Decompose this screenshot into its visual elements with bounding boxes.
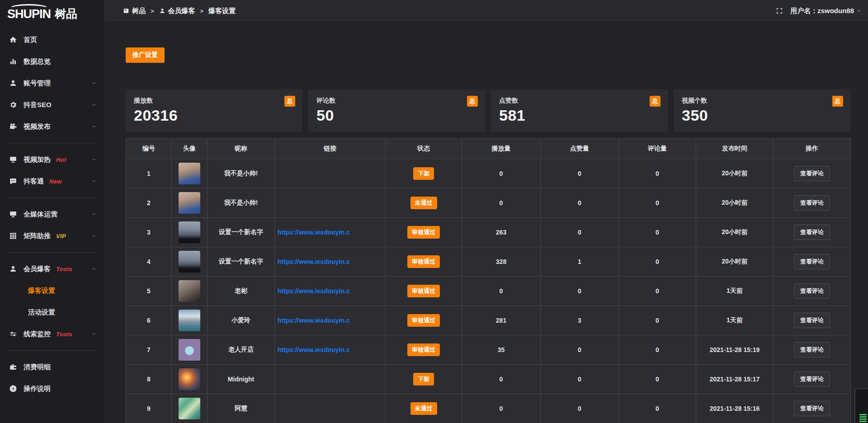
likes-count: 0 bbox=[541, 277, 619, 306]
plays-count: 0 bbox=[462, 394, 541, 423]
topbar-right: 用户名：zswodun88 bbox=[776, 7, 862, 15]
fullscreen-button[interactable] bbox=[776, 7, 783, 14]
sidebar-item-操作说明[interactable]: ? 操作说明 bbox=[0, 378, 104, 400]
table-row: 2 我不是小帅! 未通过 0 0 0 20小时前 查看评论 bbox=[126, 188, 851, 218]
column-header-评论量: 评论量 bbox=[619, 139, 696, 159]
sidebar-menu: 首页 数据总览 账号管理 抖音SEO 视频发布 视频加热 Hot 抖客通 New… bbox=[0, 25, 104, 400]
view-comments-button[interactable]: 查看评论 bbox=[794, 254, 830, 269]
chevron-down-icon bbox=[91, 124, 97, 129]
stat-value: 50 bbox=[316, 107, 477, 124]
video-link[interactable]: https://www.iesdouyin.c bbox=[278, 229, 382, 236]
promotion-settings-button[interactable]: 推广设置 bbox=[126, 47, 165, 63]
row-index: 9 bbox=[126, 394, 172, 423]
breadcrumb-item-会员爆客[interactable]: 会员爆客 bbox=[159, 7, 195, 15]
username-label: 用户名：zswodun88 bbox=[790, 7, 854, 15]
row-index: 4 bbox=[126, 247, 172, 277]
video-link[interactable]: https://www.iesdouyin.c bbox=[278, 287, 382, 295]
sliders-icon bbox=[9, 330, 17, 338]
sidebar-item-数据总览[interactable]: 数据总览 bbox=[0, 51, 104, 72]
breadcrumb-item-树品[interactable]: 树品 bbox=[123, 7, 146, 15]
avatar bbox=[179, 221, 200, 243]
column-header-播放量: 播放量 bbox=[462, 139, 541, 159]
sidebar-subitem-活动设置[interactable]: 活动设置 bbox=[0, 301, 104, 323]
sidebar-subitem-label: 爆客设置 bbox=[28, 287, 55, 295]
total-badge: 总 bbox=[832, 96, 843, 107]
sidebar-item-label: 抖音SEO bbox=[24, 101, 52, 109]
status-badge: 审核通过 bbox=[407, 285, 440, 297]
sidebar-item-首页[interactable]: 首页 bbox=[0, 29, 104, 51]
breadcrumb-item-爆客设置: 爆客设置 bbox=[208, 7, 236, 15]
row-index: 7 bbox=[126, 335, 172, 365]
nickname: 阿慧 bbox=[208, 394, 275, 423]
chevron-down-icon bbox=[91, 212, 97, 217]
table-row: 5 老彬 https://www.iesdouyin.c 审核通过 0 0 0 … bbox=[126, 277, 851, 306]
row-index: 6 bbox=[126, 306, 172, 335]
sidebar-item-矩阵助推[interactable]: 矩阵助推 VIP bbox=[0, 225, 104, 247]
view-comments-button[interactable]: 查看评论 bbox=[794, 313, 830, 328]
sidebar-item-消费明细[interactable]: 消费明细 bbox=[0, 356, 104, 378]
plays-count: 0 bbox=[462, 277, 541, 306]
sidebar-item-账号管理[interactable]: 账号管理 bbox=[0, 72, 104, 94]
view-comments-button[interactable]: 查看评论 bbox=[794, 342, 830, 357]
sidebar-item-label: 操作说明 bbox=[24, 385, 51, 393]
sidebar-item-视频发布[interactable]: 视频发布 bbox=[0, 116, 104, 137]
status-badge: 下架 bbox=[413, 373, 434, 385]
monitor-icon bbox=[9, 155, 17, 164]
comments-count: 0 bbox=[619, 306, 696, 335]
avatar bbox=[179, 339, 200, 361]
column-header-昵称: 昵称 bbox=[208, 139, 275, 159]
chevron-down-icon bbox=[91, 80, 97, 86]
table-row: 8 Midnight 下架 0 0 0 2021-11-28 15:17 查看评… bbox=[126, 365, 851, 394]
status-badge: 未通过 bbox=[410, 197, 437, 209]
sidebar-divider bbox=[7, 350, 97, 351]
plays-count: 263 bbox=[462, 218, 541, 247]
view-comments-button[interactable]: 查看评论 bbox=[794, 166, 830, 181]
sidebar-item-全媒体运营[interactable]: 全媒体运营 bbox=[0, 203, 104, 225]
view-comments-button[interactable]: 查看评论 bbox=[794, 225, 830, 240]
publish-time: 1天前 bbox=[696, 306, 774, 335]
column-header-状态: 状态 bbox=[386, 139, 462, 159]
plays-count: 328 bbox=[462, 247, 541, 277]
avatar bbox=[179, 192, 200, 214]
view-comments-button[interactable]: 查看评论 bbox=[794, 371, 830, 387]
video-link[interactable]: https://www.iesdouyin.c bbox=[278, 258, 382, 265]
view-comments-button[interactable]: 查看评论 bbox=[794, 195, 830, 211]
comments-count: 0 bbox=[619, 277, 696, 306]
nickname: 小爱玲 bbox=[208, 306, 275, 335]
view-comments-button[interactable]: 查看评论 bbox=[794, 283, 830, 299]
sidebar-item-label: 抖客通 bbox=[24, 177, 44, 186]
plays-count: 0 bbox=[462, 159, 541, 188]
plays-count: 0 bbox=[462, 188, 541, 218]
nickname: 老人开店 bbox=[208, 335, 275, 365]
nickname: 设置一个新名字 bbox=[208, 218, 275, 247]
column-header-链接: 链接 bbox=[275, 139, 386, 159]
nickname: 我不是小帅! bbox=[208, 188, 275, 218]
breadcrumb-label: 树品 bbox=[132, 7, 146, 15]
chat-icon bbox=[9, 177, 17, 185]
sidebar-item-视频加热[interactable]: 视频加热 Hot bbox=[0, 149, 104, 170]
view-comments-button[interactable]: 查看评论 bbox=[794, 401, 830, 416]
sidebar-item-抖音SEO[interactable]: 抖音SEO bbox=[0, 94, 104, 116]
comments-count: 0 bbox=[619, 365, 696, 394]
chevron-down-icon bbox=[91, 102, 97, 108]
comments-count: 0 bbox=[619, 247, 696, 277]
sidebar-item-badge: Tools bbox=[56, 266, 72, 273]
publish-time: 2021-11-28 15:19 bbox=[696, 335, 774, 365]
stat-label: 播放数 bbox=[134, 97, 294, 105]
publish-time: 20小时前 bbox=[696, 247, 774, 277]
table-row: 1 我不是小帅! 下架 0 0 0 20小时前 查看评论 bbox=[126, 159, 851, 188]
table-row: 7 老人开店 https://www.iesdouyin.c 审核通过 35 0… bbox=[126, 335, 851, 365]
video-link[interactable]: https://www.iesdouyin.c bbox=[278, 346, 382, 353]
sidebar-item-label: 会员爆客 bbox=[24, 265, 51, 273]
sidebar-item-线索监控[interactable]: 线索监控 Tools bbox=[0, 323, 104, 345]
sidebar-item-会员爆客[interactable]: 会员爆客 Tools bbox=[0, 258, 104, 280]
sidebar-item-抖客通[interactable]: 抖客通 New bbox=[0, 170, 104, 192]
status-badge: 审核通过 bbox=[407, 255, 440, 268]
sidebar-subitem-爆客设置[interactable]: 爆客设置 bbox=[0, 280, 104, 301]
nickname: Midnight bbox=[208, 365, 275, 394]
user-menu[interactable]: 用户名：zswodun88 bbox=[790, 7, 862, 15]
sidebar-item-label: 矩阵助推 bbox=[24, 232, 51, 240]
sidebar-item-badge: Tools bbox=[56, 331, 72, 338]
video-link[interactable]: https://www.iesdouyin.c bbox=[278, 317, 382, 324]
logo-arc bbox=[9, 4, 49, 13]
